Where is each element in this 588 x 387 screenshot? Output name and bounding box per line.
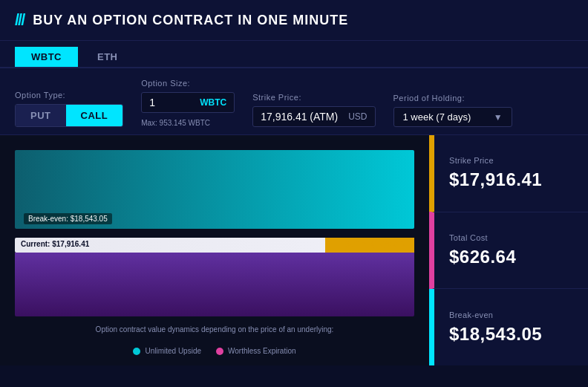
page-title: BUY AN OPTION CONTRACT IN ONE MINUTE — [33, 13, 348, 28]
option-type-label: Option Type: — [15, 91, 123, 100]
period-label: Period of Holding: — [393, 94, 512, 103]
legend-item-upside: Unlimited Upside — [133, 347, 201, 355]
strike-price-label: Strike Price: — [252, 93, 375, 102]
chart-caption: Option contract value dynamics depending… — [15, 325, 414, 334]
call-button[interactable]: CALL — [66, 105, 123, 126]
period-group: Period of Holding: 1 week (7 days) 2 wee… — [393, 94, 512, 127]
period-select[interactable]: 1 week (7 days) 2 weeks (14 days) 1 mont… — [403, 111, 488, 123]
chart-gradient — [15, 253, 414, 316]
chevron-down-icon: ▼ — [494, 112, 503, 123]
total-cost-stat: Total Cost $626.64 — [432, 212, 588, 290]
options-form: Option Type: PUT CALL Option Size: WBTC … — [0, 68, 588, 135]
strike-price-input-wrapper: USD — [252, 106, 375, 127]
tab-eth[interactable]: ETH — [81, 47, 134, 67]
breakeven-stat-value: $18,543.05 — [449, 324, 573, 345]
total-cost-stat-value: $626.64 — [449, 247, 573, 267]
period-select-wrapper[interactable]: 1 week (7 days) 2 weeks (14 days) 1 mont… — [393, 107, 512, 127]
strike-price-group: Strike Price: USD — [252, 93, 375, 127]
put-button[interactable]: PUT — [16, 105, 66, 126]
strike-price-stat-label: Strike Price — [449, 156, 573, 165]
upside-dot — [133, 348, 140, 355]
breakeven-stat: Break-even $18,543.05 — [432, 289, 588, 365]
option-size-max: Max: 953.145 WBTC — [141, 119, 235, 127]
option-type-buttons: PUT CALL — [15, 104, 123, 127]
strike-price-suffix: USD — [348, 111, 367, 122]
breakeven-label: Break-even: $18,543.05 — [24, 213, 112, 224]
strike-price-stat-value: $17,916.41 — [449, 169, 573, 190]
stats-panel: Strike Price $17,916.41 Total Cost $626.… — [432, 135, 588, 365]
option-size-group: Option Size: WBTC Max: 953.145 WBTC — [141, 79, 235, 127]
main-content: Break-even: $18,543.05 Current: $17,916.… — [0, 135, 588, 365]
strike-price-input[interactable] — [261, 111, 342, 123]
chart-top: Break-even: $18,543.05 — [15, 150, 414, 229]
option-size-input-wrapper: WBTC — [141, 92, 235, 113]
strike-bar-label: Strike: $17,916.41 — [346, 240, 408, 248]
tab-wbtc[interactable]: WBTC — [15, 47, 78, 67]
worthless-label: Worthless Expiration — [228, 347, 296, 355]
worthless-dot — [216, 348, 223, 355]
upside-label: Unlimited Upside — [145, 347, 201, 355]
chart-area: Break-even: $18,543.05 Current: $17,916.… — [0, 135, 429, 365]
option-size-label: Option Size: — [141, 79, 235, 88]
strike-price-stat: Strike Price $17,916.41 — [432, 135, 588, 212]
tabs-bar: WBTC ETH — [0, 41, 588, 68]
chart-bottom: Current: $17,916.41 Strike: $17,916.41 — [15, 238, 414, 316]
legend-item-worthless: Worthless Expiration — [216, 347, 296, 355]
option-size-input[interactable] — [149, 97, 194, 108]
option-type-group: Option Type: PUT CALL — [15, 91, 123, 127]
chart-legend: Unlimited Upside Worthless Expiration — [15, 347, 414, 355]
header: /// BUY AN OPTION CONTRACT IN ONE MINUTE — [0, 0, 588, 41]
brand-stripes: /// — [15, 10, 24, 30]
price-bar: Current: $17,916.41 Strike: $17,916.41 — [15, 238, 414, 253]
total-cost-stat-label: Total Cost — [449, 233, 573, 242]
strike-marker: Strike: $17,916.41 — [325, 238, 414, 253]
current-price-label: Current: $17,916.41 — [21, 240, 89, 248]
option-size-suffix: WBTC — [200, 97, 226, 108]
breakeven-stat-label: Break-even — [449, 310, 573, 319]
